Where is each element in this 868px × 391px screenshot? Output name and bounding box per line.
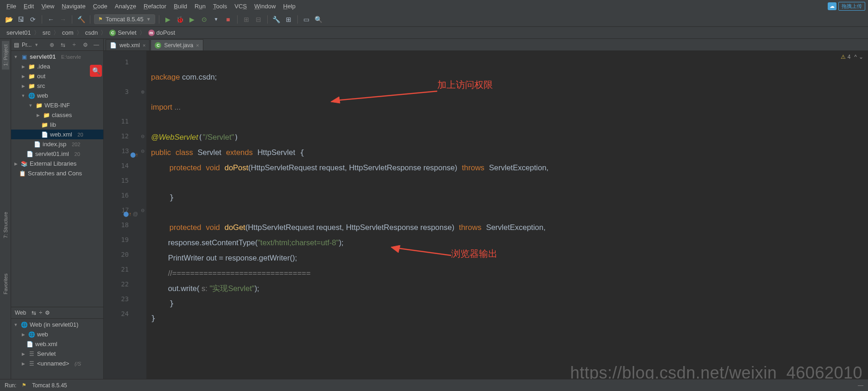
breadcrumb-item[interactable]: com (60, 29, 75, 36)
menu-tools[interactable]: Tools (209, 2, 231, 11)
menu-run[interactable]: Run (191, 2, 209, 11)
close-icon[interactable]: × (196, 43, 199, 48)
project-tree: ▼▣servlet01 E:\servle ▶📁.idea ▶📁out ▶📁sr… (11, 51, 103, 307)
structure-icon[interactable]: ⊞ (283, 14, 294, 25)
target-icon[interactable]: ⊕ (48, 41, 56, 49)
fold-icon[interactable]: ⊕ (139, 84, 146, 99)
collapse-icon[interactable]: ÷ (39, 310, 42, 316)
tree-folder-classes[interactable]: ▶📁classes (11, 110, 103, 120)
profile-icon[interactable]: ⊙ (199, 14, 209, 25)
web-tree-web[interactable]: ▶🌐web (11, 329, 103, 339)
tree-folder-webinf[interactable]: ▼📁WEB-INF (11, 100, 103, 110)
coverage-icon[interactable]: ▶ (187, 14, 197, 25)
web-tree-root[interactable]: ▼🌐Web (in servlet01) (11, 320, 103, 329)
menu-vcs[interactable]: VCS (231, 2, 251, 11)
code-content[interactable]: package com.csdn; import ... @WebServlet… (146, 51, 868, 379)
tree-folder-web[interactable]: ▼🌐web (11, 91, 103, 100)
gear-icon[interactable]: ⚙ (81, 41, 89, 49)
line-number: 21 (104, 262, 139, 277)
gear-icon[interactable]: ⚙ (45, 310, 50, 316)
menu-file[interactable]: File (3, 2, 20, 11)
main-area: 1: Project 7: Structure Favorites ▤ Pr..… (0, 39, 868, 379)
separator (72, 15, 72, 24)
tab-webxml[interactable]: 📄web.xml× (106, 39, 150, 50)
forward-icon[interactable]: → (58, 14, 68, 25)
web-tree-webxml[interactable]: 📄web.xml (11, 339, 103, 349)
run-config-selector[interactable]: ⚑ Tomcat 8.5.45 ▼ (94, 14, 155, 24)
menu-view[interactable]: View (38, 2, 58, 11)
tab-servlet-java[interactable]: CServlet.java× (151, 39, 203, 50)
tab-structure[interactable]: 7: Structure (2, 208, 9, 242)
menu-analyze[interactable]: Analyze (111, 2, 140, 11)
debug-icon[interactable]: 🐞 (175, 14, 185, 25)
back-icon[interactable]: ← (46, 14, 56, 25)
tomcat-icon: ⚑ (22, 382, 26, 388)
expand-icon[interactable]: ⇆ (59, 41, 67, 49)
fold-icon[interactable]: ⊖ (139, 143, 146, 158)
tree-root[interactable]: ▼▣servlet01 E:\servle (11, 52, 103, 62)
web-tree-servlet[interactable]: ▶☰Servlet (11, 349, 103, 359)
tool2-icon[interactable]: ⊟ (253, 14, 264, 25)
window-icon[interactable]: ▭ (302, 14, 312, 25)
refresh-icon[interactable]: ⟳ (28, 14, 38, 25)
chevron-up-icon[interactable]: ^ (854, 54, 857, 60)
chevron-down-icon[interactable]: ▼ (34, 43, 38, 47)
chevron-down-icon[interactable]: ⌄ (859, 54, 863, 60)
tree-file-webxml[interactable]: 📄web.xml 20 (11, 130, 103, 139)
build-icon[interactable]: 🔨 (76, 14, 86, 25)
breadcrumb-item[interactable]: src (41, 29, 52, 36)
left-tool-tabs: 1: Project 7: Structure Favorites (0, 39, 11, 379)
save-icon[interactable]: 🖫 (16, 14, 26, 25)
search-icon[interactable]: 🔍 (314, 14, 324, 25)
menu-refactor[interactable]: Refactor (140, 2, 170, 11)
line-number: 12 (104, 129, 139, 143)
menu-navigate[interactable]: Navigate (58, 2, 89, 11)
run-icon[interactable]: ▶ (163, 14, 173, 25)
wrench-icon[interactable]: 🔧 (271, 14, 282, 25)
fold-icon[interactable]: ⊖ (139, 129, 146, 143)
tree-file-iml[interactable]: 📄servlet01.iml 20 (11, 149, 103, 159)
hide-icon[interactable]: — (92, 41, 101, 49)
tree-scratches[interactable]: 📋Scratches and Cons (11, 168, 103, 178)
web-tree-unnamed[interactable]: ▶☰<unnamed> (/S (11, 359, 103, 368)
line-number: 23 (104, 292, 139, 306)
project-icon: ▤ (14, 42, 19, 48)
fold-icon[interactable]: ⊖ (139, 203, 146, 217)
line-number: 24 (104, 306, 139, 321)
open-icon[interactable]: 📂 (4, 14, 14, 25)
close-icon[interactable]: × (143, 43, 145, 48)
tree-folder-lib[interactable]: 📁lib (11, 120, 103, 130)
cloud-upload-label: 拖拽上传 (838, 2, 865, 11)
menu-build[interactable]: Build (170, 2, 191, 11)
separator (237, 15, 238, 24)
search-badge-icon[interactable]: 🔍 (90, 65, 102, 77)
breadcrumb-item[interactable]: csdn (83, 29, 100, 36)
menu-window[interactable]: Window (251, 2, 279, 11)
tree-external-libs[interactable]: ▶📚External Libraries (11, 159, 103, 168)
line-number: 15 (104, 173, 139, 188)
minimize-icon[interactable]: — (858, 382, 863, 389)
cloud-upload-button[interactable]: ☁ 拖拽上传 (828, 2, 865, 11)
tool1-icon[interactable]: ⊞ (241, 14, 252, 25)
breadcrumb-item[interactable]: servlet01 (5, 29, 33, 36)
breadcrumb-method[interactable]: mdoPost (146, 29, 177, 36)
run-tool-config[interactable]: Tomcat 8.5.45 (32, 382, 67, 389)
inspection-badge[interactable]: ⚠ 4 ^ ⌄ (841, 54, 863, 60)
run-tool-label[interactable]: Run: (5, 382, 16, 389)
code-editor[interactable]: 1 3 11 12 13⬤↑ 14 15 16 17⬤↑ @ 18 19 20 … (104, 51, 868, 379)
line-number (104, 99, 139, 114)
web-tree: ▼🌐Web (in servlet01) ▶🌐web 📄web.xml ▶☰Se… (11, 319, 103, 379)
menu-help[interactable]: Help (279, 2, 299, 11)
tab-project[interactable]: 1: Project (2, 41, 9, 69)
breadcrumb-class[interactable]: CServlet (107, 29, 138, 36)
stop-icon[interactable]: ■ (223, 14, 233, 25)
menu-code[interactable]: Code (89, 2, 111, 11)
expand-icon[interactable]: ⇆ (31, 310, 36, 316)
attach-icon[interactable]: ▼ (211, 14, 221, 25)
menu-edit[interactable]: Edit (20, 2, 38, 11)
collapse-icon[interactable]: ÷ (70, 41, 78, 49)
chevron-right-icon: 〉 (139, 29, 145, 37)
tab-favorites[interactable]: Favorites (2, 270, 9, 298)
tree-file-index[interactable]: 📄index.jsp 202 (11, 139, 103, 149)
tree-folder-src[interactable]: ▶📁src (11, 81, 103, 91)
